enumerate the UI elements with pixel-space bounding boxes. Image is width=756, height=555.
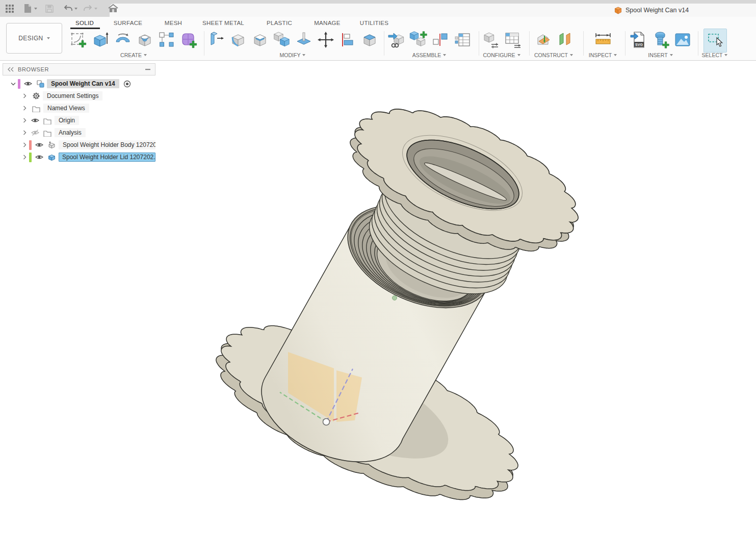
offset-plane-button[interactable] xyxy=(554,29,576,51)
browser-row-named-views[interactable]: Named Views xyxy=(3,102,155,114)
construction-point[interactable] xyxy=(393,296,397,300)
tab-utilities[interactable]: UTILITIES xyxy=(360,20,388,26)
browser-panel: BROWSER Spool Weight Can v14 xyxy=(3,63,155,163)
insert-section-label[interactable]: INSERT xyxy=(628,52,693,58)
workspace-switcher[interactable]: DESIGN xyxy=(6,23,62,54)
tab-plastic[interactable]: PLASTIC xyxy=(267,20,292,26)
insert-fastener-button[interactable] xyxy=(649,29,671,51)
named-views-label[interactable]: Named Views xyxy=(43,104,89,113)
browser-row-origin[interactable]: Origin xyxy=(3,114,155,127)
browser-row-analysis[interactable]: Analysis xyxy=(3,127,155,139)
section-divider xyxy=(384,31,384,56)
modify-caret-icon xyxy=(302,54,305,56)
pattern-button[interactable] xyxy=(155,29,177,51)
press-pull-button[interactable] xyxy=(205,29,227,51)
inspect-group xyxy=(592,29,614,51)
minimize-panel-icon[interactable] xyxy=(145,69,150,70)
tab-mesh[interactable]: MESH xyxy=(165,20,182,26)
quick-access-toolbar xyxy=(0,0,121,17)
root-component-label[interactable]: Spool Weight Can v14 xyxy=(47,79,119,88)
revolve-button[interactable] xyxy=(112,29,134,51)
holder-body-label[interactable]: Spool Weight Holder Body 120720... xyxy=(59,140,155,149)
joint-button[interactable] xyxy=(429,29,451,51)
insert-group: SVG xyxy=(628,29,693,51)
save-button[interactable] xyxy=(43,0,56,17)
delete-button[interactable] xyxy=(358,29,380,51)
chevron-down-icon[interactable] xyxy=(10,82,17,86)
section-divider xyxy=(529,31,530,56)
split-body-button[interactable] xyxy=(293,29,315,51)
select-tool-button[interactable] xyxy=(703,29,725,51)
tab-manage[interactable]: MANAGE xyxy=(314,20,341,26)
app-grid-icon[interactable] xyxy=(3,0,16,17)
svg-badge-text: SVG xyxy=(635,43,643,46)
chevron-right-icon[interactable] xyxy=(3,142,28,147)
redo-button[interactable] xyxy=(82,0,99,17)
holder-lid-label[interactable]: Spool Weight Holder Lid 1207202... xyxy=(59,153,155,162)
create-sketch-button[interactable] xyxy=(68,29,90,51)
file-menu-button[interactable] xyxy=(21,0,39,17)
construct-plane-button[interactable] xyxy=(532,29,554,51)
home-view-button[interactable] xyxy=(106,0,121,17)
insert-canvas-button[interactable] xyxy=(671,29,693,51)
chevron-right-icon[interactable] xyxy=(3,118,28,123)
tab-sheet-metal[interactable]: SHEET METAL xyxy=(202,20,244,26)
browser-header[interactable]: BROWSER xyxy=(3,63,155,75)
insert-derive-button[interactable] xyxy=(385,29,407,51)
inspect-section-label[interactable]: INSPECT xyxy=(592,52,614,58)
construct-section-label[interactable]: CONSTRUCT xyxy=(532,52,576,58)
browser-row-document-settings[interactable]: Document Settings xyxy=(3,90,155,102)
origin-label[interactable]: Origin xyxy=(55,116,79,125)
bom-table-button[interactable] xyxy=(451,29,473,51)
visibility-eye-icon[interactable] xyxy=(31,117,39,124)
visibility-eye-off-icon[interactable] xyxy=(31,129,39,136)
chevron-right-icon[interactable] xyxy=(3,93,28,98)
select-section-label[interactable]: SELECT xyxy=(703,52,726,58)
analysis-label[interactable]: Analysis xyxy=(55,128,86,137)
new-component-button[interactable] xyxy=(407,29,429,51)
section-divider xyxy=(583,31,584,56)
modify-section-label[interactable]: MODIFY xyxy=(205,52,380,58)
tab-surface[interactable]: SURFACE xyxy=(114,20,142,26)
redo-history-caret-icon xyxy=(94,8,97,10)
configure-section-label[interactable]: CONFIGURE xyxy=(480,52,524,58)
browser-row-root[interactable]: Spool Weight Can v14 xyxy=(3,78,155,90)
collapse-panel-icon[interactable] xyxy=(8,67,14,72)
insert-svg-button[interactable]: SVG xyxy=(628,29,649,51)
configure-button[interactable] xyxy=(480,29,502,51)
chevron-right-icon[interactable] xyxy=(3,155,28,160)
configure-caret-icon xyxy=(517,54,520,56)
create-section-label[interactable]: CREATE xyxy=(68,52,199,58)
document-cube-icon xyxy=(614,7,622,14)
assemble-section-label[interactable]: ASSEMBLE xyxy=(385,52,473,58)
undo-button[interactable] xyxy=(62,0,80,17)
configuration-table-button[interactable] xyxy=(502,29,524,51)
origin-point[interactable] xyxy=(323,419,330,425)
workspace-label: DESIGN xyxy=(18,35,43,42)
chevron-right-icon[interactable] xyxy=(3,130,28,135)
document-tab[interactable]: Spool Weight Can v14 xyxy=(110,4,756,17)
hole-button[interactable] xyxy=(134,29,155,51)
combine-button[interactable] xyxy=(271,29,293,51)
tab-solid[interactable]: SOLID xyxy=(75,20,94,26)
document-settings-label[interactable]: Document Settings xyxy=(43,91,102,100)
extrude-button[interactable] xyxy=(90,29,112,51)
create-form-button[interactable] xyxy=(177,29,199,51)
browser-row-holder-body[interactable]: Spool Weight Holder Body 120720... xyxy=(3,139,155,151)
folder-icon xyxy=(32,105,41,112)
measure-button[interactable] xyxy=(592,29,614,51)
visibility-eye-icon[interactable] xyxy=(35,141,43,148)
browser-row-holder-lid[interactable]: Spool Weight Holder Lid 1207202... xyxy=(3,151,155,163)
visibility-eye-icon[interactable] xyxy=(35,154,43,161)
activate-component-radio[interactable] xyxy=(123,80,131,88)
shell-button[interactable] xyxy=(249,29,271,51)
align-button[interactable] xyxy=(336,29,358,51)
chevron-right-icon[interactable] xyxy=(3,106,28,111)
visibility-eye-icon[interactable] xyxy=(24,80,32,87)
select-group xyxy=(703,29,725,51)
component-color-bar xyxy=(29,153,32,162)
move-copy-button[interactable] xyxy=(315,29,336,51)
undo-icon xyxy=(64,5,72,12)
inspect-caret-icon xyxy=(614,54,617,56)
fillet-button[interactable] xyxy=(227,29,249,51)
